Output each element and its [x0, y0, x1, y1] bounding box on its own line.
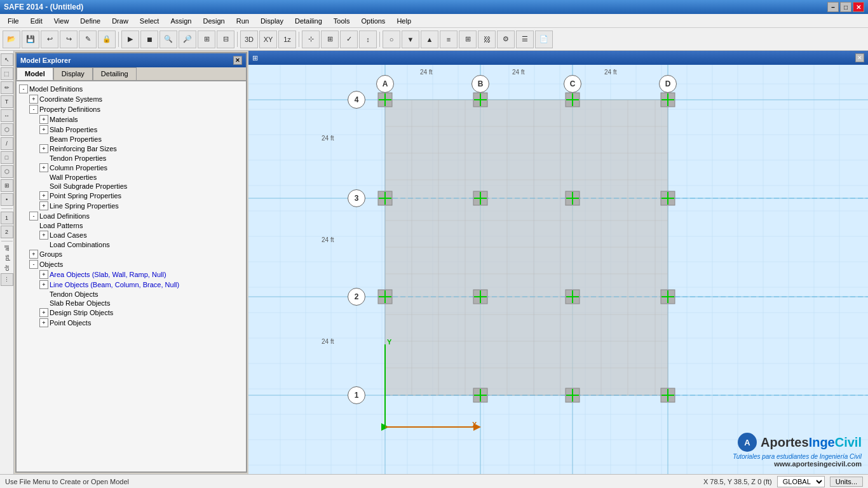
line-tool[interactable]: / [1, 137, 13, 150]
redo-button[interactable]: ↪ [60, 30, 78, 48]
expander-load-cases[interactable]: + [39, 231, 48, 240]
expander-objects[interactable]: - [29, 260, 38, 269]
maximize-button[interactable]: □ [840, 2, 851, 12]
menu-detailing[interactable]: Detailing [290, 16, 327, 26]
menu-define[interactable]: Define [75, 16, 105, 26]
tree-tendon-props[interactable]: Tendon Properties [19, 154, 243, 163]
dimension-tool[interactable]: ↔ [1, 109, 13, 122]
tree-line-objects[interactable]: + Line Objects (Beam, Column, Brace, Nul… [19, 280, 243, 290]
menu-display[interactable]: Display [255, 16, 288, 26]
point-tool[interactable]: • [1, 193, 13, 206]
polygon-tool[interactable]: ⬡ [1, 165, 13, 178]
close-button[interactable]: ✕ [853, 2, 864, 12]
zoom-fit-button[interactable]: ⊞ [198, 30, 215, 48]
area-tool[interactable]: ⊞ [1, 179, 13, 192]
minimize-button[interactable]: – [827, 2, 839, 12]
menu-design[interactable]: Design [198, 16, 229, 26]
tree-point-spring[interactable]: + Point Spring Properties [19, 191, 243, 201]
edit-tool[interactable]: ✏ [1, 81, 13, 94]
snap-button[interactable]: ⊹ [302, 30, 320, 48]
tab-display[interactable]: Display [53, 67, 93, 80]
menu-help[interactable]: Help [391, 16, 416, 26]
select-tool[interactable]: ⬚ [1, 67, 13, 80]
expander-area-obj[interactable]: + [39, 270, 48, 279]
tree-line-spring[interactable]: + Line Spring Properties [19, 201, 243, 211]
page-button[interactable]: 📄 [535, 30, 553, 48]
text-tool[interactable]: T [1, 95, 13, 108]
tab-detailing[interactable]: Detailing [93, 67, 137, 80]
tree-property-defs[interactable]: - Property Definitions [19, 104, 243, 114]
expander-point-obj[interactable]: + [39, 318, 48, 327]
tree-load-patterns[interactable]: Load Patterns [19, 221, 243, 230]
lock-button[interactable]: 🔒 [98, 30, 116, 48]
zoom-select-button[interactable]: ⊟ [217, 30, 234, 48]
tree-slab-rebar[interactable]: Slab Rebar Objects [19, 299, 243, 308]
expander-rebar[interactable]: + [39, 144, 48, 153]
tree-load-cases[interactable]: + Load Cases [19, 230, 243, 240]
menu-edit[interactable]: Edit [25, 16, 48, 26]
pointer-tool[interactable]: ↖ [1, 53, 13, 66]
units-button[interactable]: Units... [830, 477, 863, 487]
1z-view-button[interactable]: 1z [278, 30, 296, 48]
tree-objects[interactable]: - Objects [19, 259, 243, 269]
down-arrow-button[interactable]: ▼ [402, 30, 419, 48]
tree-wall-props[interactable]: Wall Properties [19, 173, 243, 182]
menu-view[interactable]: View [49, 16, 74, 26]
rectangle-tool[interactable]: □ [1, 151, 13, 164]
expander-materials[interactable]: + [39, 115, 48, 124]
expander-model-def[interactable]: - [19, 85, 28, 93]
stop-button[interactable]: ⏹ [140, 30, 158, 48]
canvas-area[interactable]: A B C D 4 3 2 1 24 ft 24 ft 24 ft 24 ft … [248, 65, 868, 474]
menu-assign[interactable]: Assign [165, 16, 196, 26]
tree-load-combos[interactable]: Load Combinations [19, 240, 243, 249]
expander-design-strip[interactable]: + [39, 308, 48, 317]
num-1[interactable]: 1 [1, 212, 13, 224]
check-button[interactable]: ✓ [340, 30, 358, 48]
global-select[interactable]: GLOBAL [777, 476, 825, 487]
open-button[interactable]: 📂 [3, 30, 20, 48]
3d-view-button[interactable]: 3D [240, 30, 258, 48]
expander-groups[interactable]: + [29, 250, 38, 259]
menu-select[interactable]: Select [135, 16, 165, 26]
expander-line-obj[interactable]: + [39, 280, 48, 289]
menu-run[interactable]: Run [231, 16, 254, 26]
chain-button[interactable]: ⛓ [478, 30, 496, 48]
tree-slab-props[interactable]: + Slab Properties [19, 125, 243, 135]
undo-button[interactable]: ↩ [41, 30, 58, 48]
tab-model[interactable]: Model [17, 67, 53, 80]
draw-line-button[interactable]: ✎ [79, 30, 97, 48]
tree-beam-props[interactable]: Beam Properties [19, 135, 243, 144]
tree-load-defs[interactable]: - Load Definitions [19, 211, 243, 221]
all-label[interactable]: all [3, 244, 11, 252]
num-2[interactable]: 2 [1, 226, 13, 238]
expander-coord[interactable]: + [29, 95, 38, 104]
bar-button[interactable]: ≡ [440, 30, 458, 48]
tree-area-objects[interactable]: + Area Objects (Slab, Wall, Ramp, Null) [19, 269, 243, 280]
menu-file[interactable]: File [3, 16, 24, 26]
circle-button[interactable]: ○ [383, 30, 400, 48]
grid-button[interactable]: ⊞ [321, 30, 339, 48]
explorer-close-button[interactable]: ✕ [233, 56, 242, 65]
expander-load-defs[interactable]: - [29, 212, 38, 220]
expander-slab[interactable]: + [39, 125, 48, 134]
tree-column-props[interactable]: + Column Properties [19, 163, 243, 173]
zoom-in-button[interactable]: 🔍 [159, 30, 177, 48]
tree-groups[interactable]: + Groups [19, 249, 243, 259]
xy-view-button[interactable]: XY [259, 30, 277, 48]
viewport-close-button[interactable]: ✕ [855, 53, 864, 62]
tree-model-definitions[interactable]: - Model Definitions [19, 84, 243, 94]
ps-label[interactable]: ps [3, 254, 11, 262]
list-button[interactable]: ☰ [516, 30, 534, 48]
up-arrow-button[interactable]: ▲ [421, 30, 438, 48]
run-button[interactable]: ▶ [121, 30, 139, 48]
tree-design-strip[interactable]: + Design Strip Objects [19, 308, 243, 318]
zoom-out-button[interactable]: 🔎 [179, 30, 196, 48]
save-button[interactable]: 💾 [22, 30, 39, 48]
tree-tendon-objects[interactable]: Tendon Objects [19, 290, 243, 299]
menu-draw[interactable]: Draw [107, 16, 133, 26]
clr-label[interactable]: clr [3, 264, 11, 273]
expander-column[interactable]: + [39, 163, 48, 172]
menu-tools[interactable]: Tools [329, 16, 355, 26]
window-controls[interactable]: – □ ✕ [827, 2, 864, 12]
tree-materials[interactable]: + Materials [19, 114, 243, 125]
